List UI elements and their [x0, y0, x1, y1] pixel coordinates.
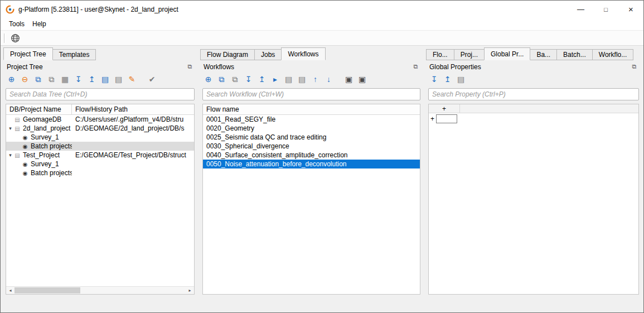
tab-flow-diagram[interactable]: Flow Diagram	[200, 49, 255, 60]
title-bar[interactable]: g-Platform [5.23811] - user@Skynet - 2d_…	[1, 1, 643, 18]
workflow-report-icon[interactable]: ▤	[296, 74, 308, 85]
workflows-panel-title: Workflows	[204, 63, 234, 71]
workflow-row[interactable]: 0001_Read_SEGY_file	[203, 115, 420, 124]
check-project-icon[interactable]: ✔	[146, 74, 158, 85]
workflows-table: Flow name 0001_Read_SEGY_file 0020_Geome…	[202, 104, 420, 295]
import-archive-icon[interactable]: ▤	[99, 74, 111, 85]
tree-row-geomagedb[interactable]: ▤ GeomageDB C:/Users/user/.gPlatform_v4/…	[6, 115, 194, 124]
float-panel-icon[interactable]: ⧉	[186, 63, 194, 71]
toolbar-drag-handle[interactable]	[4, 33, 6, 43]
workflow-search-input[interactable]	[202, 88, 420, 100]
tree-row-2d-land-project[interactable]: ▾ ▤ 2d_land_project D:/GEOMAGE/2d_land_p…	[6, 124, 194, 133]
scrollbar-track[interactable]	[14, 287, 186, 294]
workflow-row[interactable]: 0025_Seismic data QC and trace editing	[203, 133, 420, 142]
globe-icon[interactable]	[8, 32, 22, 45]
properties-table-icon[interactable]: ▤	[455, 74, 467, 85]
menu-tools[interactable]: Tools	[5, 19, 28, 29]
tab-batch[interactable]: Ba...	[530, 49, 557, 60]
scrollbar-thumb[interactable]	[14, 287, 80, 293]
middle-tabbar: Flow Diagram Jobs Workflows	[200, 47, 423, 60]
tab-workflow-properties[interactable]: Workflo...	[592, 49, 633, 60]
global-properties-panel-title: Global Properties	[429, 63, 481, 71]
global-properties-dock: Flo... Proj... Global Pr... Ba... Batch.…	[426, 47, 641, 298]
copy-project-icon[interactable]: ⧉	[46, 74, 57, 85]
new-property-input[interactable]	[436, 114, 457, 123]
create-project-icon[interactable]: ⧉	[32, 74, 44, 85]
menu-bar: Tools Help	[1, 18, 643, 30]
horizontal-scrollbar[interactable]: ◂ ▸	[6, 286, 194, 294]
tree-node-label: Batch projects	[31, 142, 72, 150]
left-tabbar: Project Tree Templates	[3, 47, 197, 60]
scroll-right-icon[interactable]: ▸	[186, 287, 194, 294]
scroll-left-icon[interactable]: ◂	[6, 287, 14, 294]
properties-table-header: +	[429, 104, 638, 113]
right-tabbar: Flo... Proj... Global Pr... Ba... Batch.…	[426, 47, 641, 60]
database-icon: ▤	[13, 126, 21, 132]
minimize-button[interactable]: —	[568, 1, 593, 18]
batch-bullet-icon: ◉	[21, 170, 29, 176]
tree-row-survey-1-test[interactable]: ◉ Survey_1	[6, 160, 194, 168]
column-db-project-name[interactable]: DB/Project Name	[6, 104, 72, 114]
project-settings-icon[interactable]: ▦	[59, 74, 71, 85]
tab-batch-projects[interactable]: Batch...	[556, 49, 593, 60]
clone-workflow-icon[interactable]: ⧉	[229, 74, 241, 85]
export-workflow-icon[interactable]: ↥	[256, 74, 268, 85]
workflow-row[interactable]: 0030_Spherical_divergence	[203, 142, 420, 151]
data-tree-search-input[interactable]	[6, 88, 195, 100]
global-properties-panel: Global Properties ⧉ ↧ ↥ ▤ + +	[426, 60, 641, 298]
app-logo-icon	[6, 5, 14, 14]
workflows-toolbar: ⊕ ⧉ ⧉ ↧ ↥ ▸ ▤ ▤ ↑ ↓ ▣ ▣	[201, 71, 422, 86]
export-project-icon[interactable]: ↥	[86, 74, 98, 85]
workflow-row[interactable]: 0040_Surface_consistent_amplitude_correc…	[203, 151, 420, 160]
tab-templates[interactable]: Templates	[52, 49, 96, 60]
tab-jobs[interactable]: Jobs	[254, 49, 282, 60]
window-title: g-Platform [5.23811] - user@Skynet - 2d_…	[18, 6, 178, 13]
move-flow-down-icon[interactable]: ↓	[323, 74, 335, 85]
tree-node-path: D:/GEOMAGE/2d_land_project/DB/s	[72, 124, 194, 132]
float-panel-icon[interactable]: ⧉	[411, 63, 420, 71]
tab-flow-properties[interactable]: Flo...	[426, 49, 454, 60]
remove-database-icon[interactable]: ⊖	[19, 74, 31, 85]
import-properties-icon[interactable]: ↧	[428, 74, 440, 85]
global-properties-toolbar: ↧ ↥ ▤	[427, 71, 640, 86]
collapse-arrow-icon[interactable]: ▾	[6, 126, 13, 131]
property-search-input[interactable]	[428, 88, 639, 100]
tree-row-batch-projects-test[interactable]: ◉ Batch projects	[6, 168, 194, 177]
tab-project-tree[interactable]: Project Tree	[3, 47, 53, 60]
run-workflow-icon[interactable]: ▸	[269, 74, 281, 85]
export-archive-icon[interactable]: ▤	[113, 74, 124, 85]
close-button[interactable]: ×	[618, 1, 643, 18]
workflows-dock: Flow Diagram Jobs Workflows Workflows ⧉ …	[200, 47, 423, 298]
workflow-row[interactable]: 0020_Geometry	[203, 124, 420, 133]
tree-row-batch-projects-selected[interactable]: ◉ Batch projects	[6, 142, 194, 151]
tab-project-properties[interactable]: Proj...	[454, 49, 485, 60]
batch-monitor-icon[interactable]: ▣	[356, 74, 368, 85]
column-flow-history-path[interactable]: Flow/History Path	[72, 104, 194, 114]
column-flow-name[interactable]: Flow name	[203, 104, 420, 115]
tree-node-path: E:/GEOMAGE/Test_Project/DB/struct	[72, 151, 194, 159]
project-tree-panel-title: Project Tree	[7, 63, 43, 71]
float-panel-icon[interactable]: ⧉	[630, 63, 638, 71]
batch-submit-icon[interactable]: ▣	[343, 74, 355, 85]
tab-global-properties[interactable]: Global Pr...	[484, 47, 530, 60]
add-database-icon[interactable]: ⊕	[6, 74, 17, 85]
import-workflow-icon[interactable]: ↧	[243, 74, 254, 85]
workflow-log-icon[interactable]: ▤	[283, 74, 294, 85]
properties-table: + +	[428, 104, 639, 295]
menu-help[interactable]: Help	[28, 19, 50, 29]
window-controls: — □ ×	[568, 1, 643, 18]
import-project-icon[interactable]: ↧	[72, 74, 84, 85]
new-property-row[interactable]: +	[429, 113, 638, 124]
tree-row-survey-1[interactable]: ◉ Survey_1	[6, 133, 194, 142]
add-property-column-header[interactable]: +	[429, 104, 460, 113]
tree-row-test-project[interactable]: ▾ ▤ Test_Project E:/GEOMAGE/Test_Project…	[6, 151, 194, 160]
edit-project-icon[interactable]: ✎	[126, 74, 138, 85]
export-properties-icon[interactable]: ↥	[442, 74, 453, 85]
move-flow-up-icon[interactable]: ↑	[309, 74, 321, 85]
collapse-arrow-icon[interactable]: ▾	[6, 152, 13, 158]
copy-workflow-icon[interactable]: ⧉	[216, 74, 227, 85]
maximize-button[interactable]: □	[593, 1, 618, 18]
workflow-row-selected[interactable]: 0050_Noise_attenuation_before_deconvolut…	[203, 160, 420, 168]
add-workflow-icon[interactable]: ⊕	[202, 74, 214, 85]
tab-workflows[interactable]: Workflows	[281, 47, 325, 60]
